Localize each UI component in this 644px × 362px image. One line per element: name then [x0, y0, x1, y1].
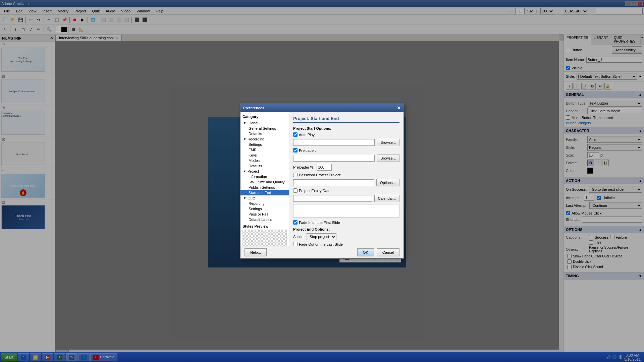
dialog-body: Category ▼ Global General Settings Defau…: [240, 112, 404, 246]
preferences-dialog: Preferences ✕ Category ▼ Global General …: [240, 103, 404, 259]
tree-default-labels[interactable]: Default Labels: [240, 217, 289, 222]
calendar-btn[interactable]: Calendar...: [374, 195, 399, 202]
tree-reporting[interactable]: Reporting: [240, 201, 289, 206]
browse-btn-1[interactable]: Browse...: [377, 139, 399, 146]
preloader-checkbox[interactable]: [293, 148, 298, 153]
tree-settings-quiz[interactable]: Settings: [240, 206, 289, 212]
tree-general-settings[interactable]: General Settings: [240, 126, 289, 131]
dialog-overlay: Preferences ✕ Category ▼ Global General …: [0, 0, 644, 362]
preloader-input[interactable]: [293, 155, 375, 162]
styles-preview-section: Styles Preview: [240, 222, 289, 246]
tree-settings-recording[interactable]: Settings: [240, 142, 289, 147]
content-title: Project: Start and End: [293, 116, 399, 123]
password-field-row: Options...: [293, 179, 399, 186]
tree-project[interactable]: ▼ Project: [240, 169, 289, 174]
tree-modes[interactable]: Modes: [240, 158, 289, 163]
preloader-pct-label: Preloader %:: [293, 165, 315, 169]
preloader-row: Preloader:: [293, 148, 399, 153]
fade-in-row: Fade In on the First Slide: [293, 220, 399, 225]
dialog-footer: Help... OK Cancel: [240, 246, 404, 258]
start-options-label: Project Start Options:: [293, 126, 399, 130]
action-end-select[interactable]: Stop project: [307, 233, 336, 240]
preloader-label: Preloader:: [299, 148, 316, 153]
dialog-sidebar: Category ▼ Global General Settings Defau…: [240, 112, 289, 246]
expiry-field-row: Calendar...: [293, 195, 399, 202]
tree-publish-settings[interactable]: Publish Settings: [240, 185, 289, 190]
fade-out-row: Fade Out on the Last Slide: [293, 242, 399, 246]
tree-information[interactable]: Information: [240, 174, 289, 179]
auto-play-label: Auto Play:: [299, 133, 316, 137]
end-options-label: Project End Options:: [293, 227, 399, 231]
tree-keys[interactable]: Keys: [240, 153, 289, 158]
cancel-button[interactable]: Cancel: [377, 248, 399, 256]
ok-button[interactable]: OK: [357, 248, 374, 256]
tree-swf-size[interactable]: SWF Size and Quality: [240, 179, 289, 185]
fade-out-checkbox[interactable]: [293, 242, 298, 246]
preloader-field-row: Browse...: [293, 155, 399, 162]
preloader-pct-input[interactable]: [317, 164, 332, 171]
auto-play-row: Auto Play:: [293, 132, 399, 137]
preloader-pct-row: Preloader %:: [293, 164, 399, 171]
fade-in-checkbox[interactable]: [293, 220, 298, 225]
expiry-input[interactable]: [293, 195, 372, 202]
styles-preview-label: Styles Preview: [243, 224, 287, 228]
password-input[interactable]: [293, 179, 374, 186]
expiry-detail-box: [293, 204, 399, 218]
fade-in-label: Fade In on the First Slide: [299, 221, 340, 225]
action-label: Action:: [293, 235, 305, 239]
tree-defaults-global[interactable]: Defaults: [240, 131, 289, 136]
tree-arrow-project: ▼: [243, 170, 246, 173]
fade-out-label: Fade Out on the Last Slide: [299, 242, 343, 246]
dialog-content: Project: Start and End Project Start Opt…: [289, 112, 404, 246]
dialog-titlebar: Preferences ✕: [240, 104, 404, 112]
tree-start-end[interactable]: Start and End: [240, 190, 289, 195]
options-btn[interactable]: Options...: [376, 179, 399, 186]
tree-defaults-recording[interactable]: Defaults: [240, 163, 289, 169]
expiry-label: Project Expiry Date:: [299, 189, 331, 193]
auto-play-input[interactable]: [293, 139, 375, 146]
dialog-close-btn[interactable]: ✕: [397, 105, 401, 111]
tree-arrow-global: ▼: [243, 121, 246, 125]
expiry-row: Project Expiry Date:: [293, 188, 399, 193]
auto-play-checkbox[interactable]: [293, 132, 298, 137]
help-button[interactable]: Help...: [245, 248, 267, 256]
auto-play-field-row: Browse...: [293, 139, 399, 146]
dialog-title: Preferences: [243, 106, 264, 110]
password-row: Password Protect Project:: [293, 173, 399, 177]
tree-global[interactable]: ▼ Global: [240, 120, 289, 126]
styles-preview-box: [243, 230, 287, 246]
expiry-checkbox[interactable]: [293, 188, 298, 193]
category-label: Category: [240, 113, 289, 120]
browse-btn-2[interactable]: Browse...: [377, 155, 399, 162]
tree-pass-fail[interactable]: Pass or Fail: [240, 212, 289, 217]
tree-fmr[interactable]: FMR: [240, 147, 289, 153]
tree-quiz[interactable]: ▼ Quiz: [240, 195, 289, 201]
tree-recording[interactable]: ▼ Recording: [240, 136, 289, 142]
tree-arrow-quiz: ▼: [243, 196, 246, 200]
password-label: Password Protect Project:: [299, 173, 341, 177]
password-checkbox[interactable]: [293, 173, 298, 177]
tree-arrow-recording: ▼: [243, 137, 246, 141]
action-row: Action: Stop project: [293, 233, 399, 240]
